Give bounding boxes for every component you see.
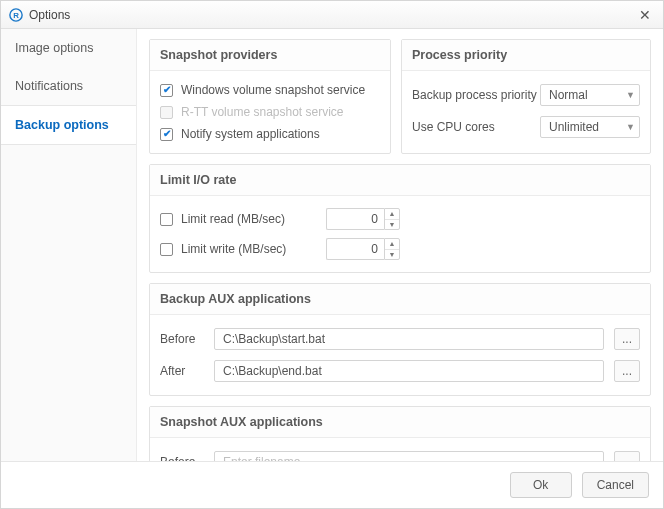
group-snapshot-providers: Snapshot providers Windows volume snapsh… bbox=[149, 39, 391, 154]
backup-aux-after-input[interactable] bbox=[214, 360, 604, 382]
checkbox-notify-system[interactable]: Notify system applications bbox=[160, 123, 380, 145]
group-backup-aux: Backup AUX applications Before ... After… bbox=[149, 283, 651, 396]
group-limit-io: Limit I/O rate Limit read (MB/sec) ▲ ▼ bbox=[149, 164, 651, 273]
close-icon[interactable]: ✕ bbox=[635, 7, 655, 23]
sidebar: Image options Notifications Backup optio… bbox=[1, 29, 137, 461]
sidebar-item-backup-options[interactable]: Backup options bbox=[1, 105, 136, 145]
ok-button[interactable]: Ok bbox=[510, 472, 572, 498]
spinner[interactable]: ▲ ▼ bbox=[384, 238, 400, 260]
checkbox-label: Windows volume snapshot service bbox=[181, 83, 365, 97]
checkbox-rtt-vss: R-TT volume snapshot service bbox=[160, 101, 380, 123]
check-icon bbox=[160, 84, 173, 97]
group-heading: Process priority bbox=[402, 40, 650, 71]
chevron-down-icon: ▼ bbox=[626, 90, 635, 100]
group-heading: Limit I/O rate bbox=[150, 165, 650, 196]
snapshot-aux-before-input[interactable] bbox=[214, 451, 604, 461]
check-icon bbox=[160, 106, 173, 119]
titlebar: R Options ✕ bbox=[1, 1, 663, 29]
checkbox-limit-write[interactable]: Limit write (MB/sec) bbox=[160, 242, 286, 256]
svg-text:R: R bbox=[13, 11, 19, 20]
group-heading: Snapshot AUX applications bbox=[150, 407, 650, 438]
sidebar-item-image-options[interactable]: Image options bbox=[1, 29, 136, 67]
aux-before-label: Before bbox=[160, 332, 204, 346]
group-heading: Backup AUX applications bbox=[150, 284, 650, 315]
priority-select[interactable]: Normal ▼ bbox=[540, 84, 640, 106]
chevron-up-icon[interactable]: ▲ bbox=[385, 209, 399, 220]
checkbox-label: Limit write (MB/sec) bbox=[181, 242, 286, 256]
checkbox-label: R-TT volume snapshot service bbox=[181, 105, 344, 119]
cancel-button[interactable]: Cancel bbox=[582, 472, 649, 498]
aux-after-label: After bbox=[160, 364, 204, 378]
group-snapshot-aux: Snapshot AUX applications Before ... Aft… bbox=[149, 406, 651, 461]
checkbox-windows-vss[interactable]: Windows volume snapshot service bbox=[160, 79, 380, 101]
browse-button[interactable]: ... bbox=[614, 451, 640, 461]
select-value: Unlimited bbox=[549, 120, 599, 134]
check-icon bbox=[160, 243, 173, 256]
app-icon: R bbox=[9, 8, 23, 22]
select-value: Normal bbox=[549, 88, 588, 102]
group-process-priority: Process priority Backup process priority… bbox=[401, 39, 651, 154]
browse-button[interactable]: ... bbox=[614, 360, 640, 382]
check-icon bbox=[160, 128, 173, 141]
window-title: Options bbox=[29, 8, 70, 22]
checkbox-label: Notify system applications bbox=[181, 127, 320, 141]
chevron-down-icon[interactable]: ▼ bbox=[385, 220, 399, 230]
checkbox-limit-read[interactable]: Limit read (MB/sec) bbox=[160, 212, 285, 226]
browse-button[interactable]: ... bbox=[614, 328, 640, 350]
limit-write-input[interactable] bbox=[326, 238, 384, 260]
chevron-down-icon[interactable]: ▼ bbox=[385, 250, 399, 260]
spinner[interactable]: ▲ ▼ bbox=[384, 208, 400, 230]
footer: Ok Cancel bbox=[1, 461, 663, 508]
group-heading: Snapshot providers bbox=[150, 40, 390, 71]
chevron-down-icon: ▼ bbox=[626, 122, 635, 132]
backup-aux-before-input[interactable] bbox=[214, 328, 604, 350]
cores-select[interactable]: Unlimited ▼ bbox=[540, 116, 640, 138]
check-icon bbox=[160, 213, 173, 226]
sidebar-item-notifications[interactable]: Notifications bbox=[1, 67, 136, 105]
limit-read-input[interactable] bbox=[326, 208, 384, 230]
checkbox-label: Limit read (MB/sec) bbox=[181, 212, 285, 226]
cores-label: Use CPU cores bbox=[412, 120, 495, 134]
main-panel: Snapshot providers Windows volume snapsh… bbox=[137, 29, 663, 461]
priority-label: Backup process priority bbox=[412, 88, 537, 102]
chevron-up-icon[interactable]: ▲ bbox=[385, 239, 399, 250]
